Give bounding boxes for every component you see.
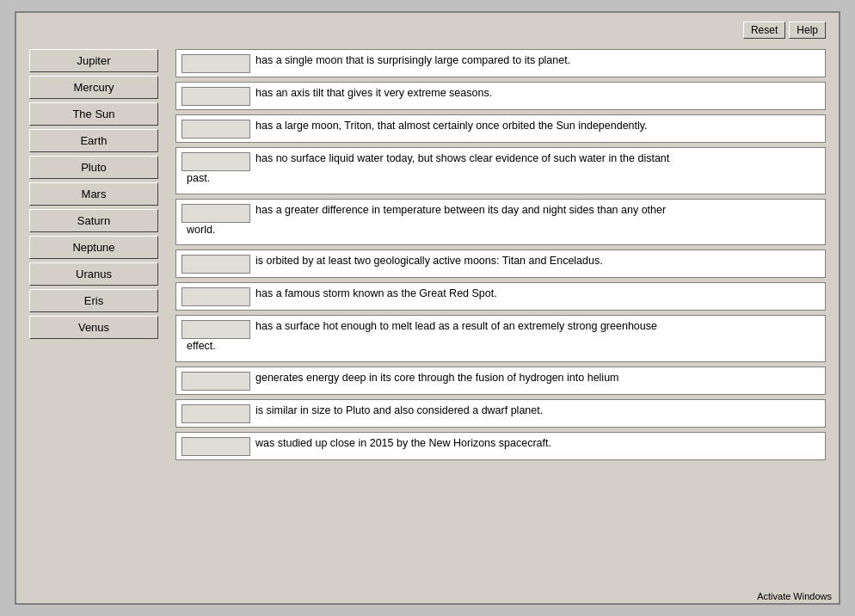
clue-row-2: has a large moon, Triton, that almost ce… xyxy=(175,114,826,143)
drop-zone-7[interactable] xyxy=(181,320,250,339)
planet-label-the-sun[interactable]: The Sun xyxy=(29,102,158,126)
planet-label-venus[interactable]: Venus xyxy=(29,316,158,339)
clue-text-8: generates energy deep in its core throug… xyxy=(255,371,820,386)
planet-label-saturn[interactable]: Saturn xyxy=(29,209,158,232)
drop-zone-2[interactable] xyxy=(181,120,250,139)
drop-zone-9[interactable] xyxy=(181,404,250,423)
clue-row-7: has a surface hot enough to melt lead as… xyxy=(175,315,826,362)
content-area: JupiterMercuryThe SunEarthPlutoMarsSatur… xyxy=(29,49,826,460)
reset-button[interactable]: Reset xyxy=(743,22,785,39)
drop-zone-4[interactable] xyxy=(181,204,250,223)
clue-continuation-4: world. xyxy=(181,223,820,242)
clue-row-10: was studied up close in 2015 by the New … xyxy=(175,432,826,460)
clue-text-0: has a single moon that is surprisingly l… xyxy=(255,53,820,69)
clue-text-1: has an axis tilt that gives it very extr… xyxy=(255,86,820,102)
drop-zone-3[interactable] xyxy=(181,152,250,171)
help-button[interactable]: Help xyxy=(789,22,826,39)
planet-label-uranus[interactable]: Uranus xyxy=(29,262,158,286)
clue-row-1: has an axis tilt that gives it very extr… xyxy=(175,82,826,110)
drop-zone-5[interactable] xyxy=(181,255,250,274)
clue-row-0: has a single moon that is surprisingly l… xyxy=(175,49,826,77)
planet-label-eris[interactable]: Eris xyxy=(29,289,158,312)
clue-row-5: is orbited by at least two geologically … xyxy=(175,249,826,278)
planet-label-neptune[interactable]: Neptune xyxy=(29,236,158,259)
drop-zone-1[interactable] xyxy=(181,87,250,106)
top-bar: Reset Help xyxy=(29,22,826,39)
drop-zone-6[interactable] xyxy=(181,287,250,306)
planet-list: JupiterMercuryThe SunEarthPlutoMarsSatur… xyxy=(29,49,158,460)
drop-zone-10[interactable] xyxy=(181,437,250,456)
clue-text-9: is similar in size to Pluto and also con… xyxy=(255,403,820,419)
planet-label-mercury[interactable]: Mercury xyxy=(29,76,158,99)
planet-label-jupiter[interactable]: Jupiter xyxy=(29,49,158,72)
clue-row-6: has a famous storm known as the Great Re… xyxy=(175,282,826,311)
drop-zone-0[interactable] xyxy=(181,54,250,73)
planet-label-pluto[interactable]: Pluto xyxy=(29,156,158,179)
drop-zone-8[interactable] xyxy=(181,372,250,391)
clue-continuation-7: effect. xyxy=(181,339,820,358)
clue-text-3: has no surface liquid water today, but s… xyxy=(255,151,820,167)
clue-text-10: was studied up close in 2015 by the New … xyxy=(255,436,820,452)
clue-list: has a single moon that is surprisingly l… xyxy=(175,49,826,460)
activate-windows-text: Activate Windows xyxy=(757,591,832,601)
clue-text-2: has a large moon, Triton, that almost ce… xyxy=(255,119,820,134)
planet-label-earth[interactable]: Earth xyxy=(29,129,158,152)
clue-text-7: has a surface hot enough to melt lead as… xyxy=(255,319,820,335)
clue-text-5: is orbited by at least two geologically … xyxy=(255,254,820,269)
main-container: Reset Help JupiterMercuryThe SunEarthPlu… xyxy=(15,11,840,605)
clue-text-6: has a famous storm known as the Great Re… xyxy=(255,286,820,302)
clue-text-4: has a greater difference in temperature … xyxy=(255,203,820,219)
clue-row-9: is similar in size to Pluto and also con… xyxy=(175,399,826,428)
clue-row-8: generates energy deep in its core throug… xyxy=(175,367,826,395)
clue-continuation-3: past. xyxy=(181,171,820,190)
clue-row-4: has a greater difference in temperature … xyxy=(175,199,826,246)
clue-row-3: has no surface liquid water today, but s… xyxy=(175,147,826,194)
planet-label-mars[interactable]: Mars xyxy=(29,182,158,206)
